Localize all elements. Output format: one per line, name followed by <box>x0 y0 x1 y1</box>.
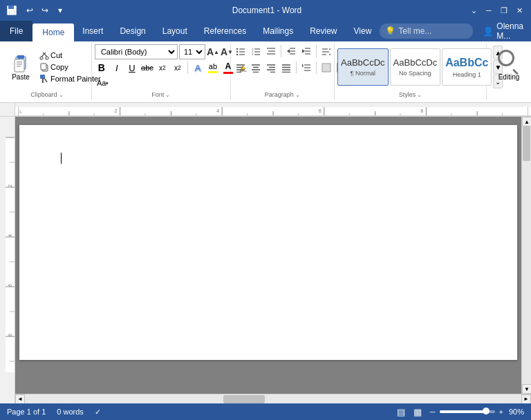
minimize-button[interactable]: ─ <box>483 4 495 17</box>
svg-rect-69 <box>322 64 330 72</box>
restore-button[interactable]: ❐ <box>498 4 510 17</box>
style-heading1[interactable]: AaBbCc Heading 1 <box>442 48 492 86</box>
zoom-slider-fill <box>440 410 484 413</box>
grow-font-button[interactable]: A▲ <box>207 46 219 58</box>
svg-marker-40 <box>302 49 305 53</box>
menu-insert[interactable]: Insert <box>74 21 111 41</box>
page-info-label[interactable]: Page 1 of 1 <box>6 408 47 416</box>
multilevel-icon <box>266 46 276 56</box>
font-expand-icon[interactable]: ⌄ <box>165 92 170 98</box>
increase-indent-button[interactable] <box>299 44 313 58</box>
bullets-button[interactable] <box>234 44 248 58</box>
zoom-out-button[interactable]: ─ <box>429 408 437 416</box>
menu-mailings[interactable]: Mailings <box>254 21 301 41</box>
bullets-icon <box>236 46 245 56</box>
h-scroll-track[interactable] <box>25 394 521 404</box>
zoom-in-button[interactable]: + <box>498 408 505 416</box>
menu-layout[interactable]: Layout <box>154 21 196 41</box>
customize-quick-access-button[interactable]: ▾ <box>54 4 66 17</box>
scroll-left-button[interactable]: ◄ <box>15 394 25 404</box>
decrease-indent-button[interactable] <box>284 44 298 58</box>
document-page[interactable] <box>19 125 517 360</box>
zoom-slider[interactable] <box>440 410 495 413</box>
separator-2 <box>281 45 281 57</box>
menu-home[interactable]: Home <box>32 23 74 41</box>
font-group-content: Calibri (Body) 11 A▲ A▼ B I U abc x2 x2 <box>95 44 250 90</box>
subscript-button[interactable]: x2 <box>156 61 169 75</box>
search-editing-button[interactable]: Editing <box>494 47 524 84</box>
svg-marker-48 <box>329 54 330 56</box>
scroll-track[interactable] <box>522 126 531 384</box>
svg-text:8: 8 <box>420 108 423 113</box>
change-case-arrow: ▾ <box>106 81 109 86</box>
copy-label: Copy <box>50 63 68 71</box>
ribbon-toggle-button[interactable]: ⌄ <box>467 4 480 17</box>
page-scroll[interactable] <box>15 117 521 394</box>
paragraph-expand-icon[interactable]: ⌄ <box>295 92 300 98</box>
redo-button[interactable]: ↪ <box>39 4 51 17</box>
svg-text:4: 4 <box>8 234 12 237</box>
layout-web-button[interactable]: ▦ <box>412 407 423 417</box>
change-case-button[interactable]: Aa ▾ <box>95 76 111 90</box>
tell-me-input[interactable] <box>398 26 467 36</box>
font-name-select[interactable]: Calibri (Body) <box>95 44 178 59</box>
layout-print-button[interactable]: ▤ <box>395 407 407 417</box>
align-left-button[interactable] <box>234 61 248 75</box>
h-scroll-thumb[interactable] <box>223 395 265 403</box>
svg-line-18 <box>44 78 47 82</box>
tell-me-box[interactable]: 💡 <box>380 23 473 39</box>
multilevel-list-button[interactable] <box>264 44 278 58</box>
numbering-button[interactable]: 1.2.3. <box>249 44 263 58</box>
clipboard-expand-icon[interactable]: ⌄ <box>59 92 64 98</box>
highlight-color-button[interactable]: ab <box>206 61 220 75</box>
zoom-slider-thumb[interactable] <box>483 408 490 414</box>
styles-expand-icon[interactable]: ⌄ <box>417 92 422 98</box>
heading1-label: Heading 1 <box>453 71 481 78</box>
menu-review[interactable]: Review <box>301 21 345 41</box>
bold-button[interactable]: B <box>95 61 109 75</box>
svg-rect-15 <box>41 64 46 70</box>
scroll-down-button[interactable]: ▼ <box>522 384 531 394</box>
vertical-ruler-marks: 2 4 6 8 <box>0 117 15 393</box>
style-normal[interactable]: AaBbCcDc ¶ Normal <box>337 48 389 86</box>
menu-file[interactable]: File <box>0 21 32 41</box>
text-effects-button[interactable]: A <box>191 61 205 75</box>
justify-button[interactable] <box>279 61 293 75</box>
increase-indent-icon <box>301 46 311 56</box>
search-editing-icon <box>498 50 520 72</box>
line-spacing-button[interactable] <box>299 61 313 75</box>
ruler-area: 2 4 6 8 L <box>0 103 531 117</box>
clipboard-group-label: Clipboard ⌄ <box>6 90 88 98</box>
scroll-up-button[interactable]: ▲ <box>522 117 531 126</box>
zoom-level-label[interactable]: 90% <box>507 408 525 416</box>
justify-icon <box>281 63 291 73</box>
word-count-label[interactable]: 0 words <box>55 408 85 416</box>
scroll-right-button[interactable]: ► <box>521 394 531 404</box>
undo-button[interactable]: ↩ <box>24 4 36 17</box>
styles-group-label: Styles ⌄ <box>337 90 483 98</box>
numbering-icon: 1.2.3. <box>251 46 261 56</box>
align-center-button[interactable] <box>249 61 263 75</box>
align-right-button[interactable] <box>264 61 278 75</box>
status-right: ▤ ▦ ─ + 90% <box>395 407 525 417</box>
shading-button[interactable] <box>319 61 333 75</box>
scroll-thumb[interactable] <box>523 126 530 161</box>
font-case-row: Aa ▾ <box>95 76 250 90</box>
style-no-spacing[interactable]: AaBbCcDc No Spacing <box>390 48 441 86</box>
styles-group: AaBbCcDc ¶ Normal AaBbCcDc No Spacing Aa… <box>335 43 487 99</box>
font-size-select[interactable]: 11 <box>179 44 205 59</box>
superscript-button[interactable]: x2 <box>171 61 185 75</box>
close-button[interactable]: ✕ <box>513 4 525 17</box>
menu-references[interactable]: References <box>196 21 254 41</box>
italic-button[interactable]: I <box>110 61 124 75</box>
svg-point-10 <box>40 57 43 59</box>
menu-view[interactable]: View <box>346 21 380 41</box>
proofing-icon[interactable]: ✓ <box>93 408 102 417</box>
font-group: Calibri (Body) 11 A▲ A▼ B I U abc x2 x2 <box>92 43 231 99</box>
user-account-button[interactable]: 👤 Olenna M... <box>478 20 528 42</box>
sort-button[interactable] <box>319 44 333 58</box>
paste-button[interactable]: Paste <box>6 44 36 90</box>
underline-button[interactable]: U <box>125 61 139 75</box>
menu-design[interactable]: Design <box>111 21 153 41</box>
strikethrough-button[interactable]: abc <box>140 61 154 75</box>
